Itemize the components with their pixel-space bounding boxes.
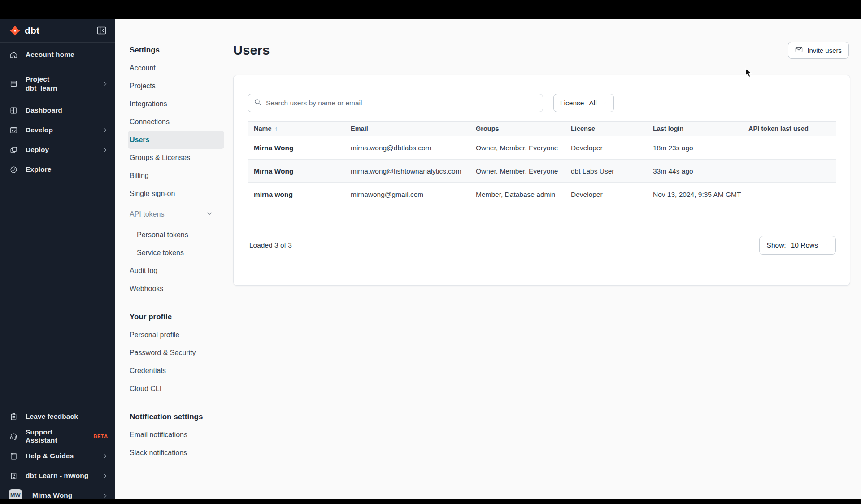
chevron-right-icon xyxy=(102,81,108,87)
users-card: License All Name↑ Email Groups License L… xyxy=(233,75,850,286)
search-icon xyxy=(254,98,261,108)
settings-item-personal-profile[interactable]: Personal profile xyxy=(130,326,224,344)
profile-section-title: Your profile xyxy=(130,308,233,326)
home-icon xyxy=(9,50,18,59)
headset-icon xyxy=(9,432,18,441)
envelope-icon xyxy=(795,46,803,54)
cell-license: Developer xyxy=(565,136,647,160)
cell-groups: Owner, Member, Everyone xyxy=(470,136,565,160)
chevron-right-icon xyxy=(102,493,108,499)
cell-name: mirna wong xyxy=(248,183,344,206)
project-box-icon xyxy=(9,79,18,88)
settings-item-single-sign-on[interactable]: Single sign-on xyxy=(130,185,224,203)
compass-icon xyxy=(9,165,18,174)
chevron-right-icon xyxy=(102,127,108,133)
license-filter-dropdown[interactable]: License All xyxy=(553,94,614,112)
cell-name: Mirna Wong xyxy=(248,136,344,160)
settings-item-cloud-cli[interactable]: Cloud CLI xyxy=(130,380,224,398)
settings-nav-title: Settings xyxy=(130,41,233,59)
column-header-last-login[interactable]: Last login xyxy=(647,122,742,136)
sidebar-item-support-assistant[interactable]: Support Assistant BETA xyxy=(0,426,115,446)
settings-item-users[interactable]: Users xyxy=(128,131,224,149)
clipboard-icon xyxy=(9,412,18,421)
cell-api-token xyxy=(742,183,836,206)
chevron-right-icon xyxy=(102,473,108,479)
table-row[interactable]: mirna wong mirnawong@gmail.com Member, D… xyxy=(248,183,836,206)
settings-item-service-tokens[interactable]: Service tokens xyxy=(130,244,224,262)
settings-nav: Settings Account Projects Integrations C… xyxy=(115,19,233,462)
settings-item-audit-log[interactable]: Audit log xyxy=(130,262,224,280)
cell-license: Developer xyxy=(565,183,647,206)
page-title: Users xyxy=(233,43,270,58)
column-header-license[interactable]: License xyxy=(565,122,647,136)
sidebar-item-help-guides[interactable]: Help & Guides xyxy=(0,446,115,466)
sidebar-logo-row: dbt xyxy=(0,19,115,43)
top-black-bar xyxy=(0,0,861,19)
cell-license: dbt Labs User xyxy=(565,160,647,183)
settings-item-account[interactable]: Account xyxy=(130,59,224,77)
brand-name: dbt xyxy=(25,25,39,36)
rows-per-page-dropdown[interactable]: Show: 10 Rows xyxy=(759,236,836,255)
status-loaded-count: Loaded 3 of 3 xyxy=(248,241,292,249)
settings-item-projects[interactable]: Projects xyxy=(130,77,224,95)
sort-asc-icon: ↑ xyxy=(275,125,278,132)
sidebar-item-account-home[interactable]: Account home xyxy=(0,43,115,67)
book-icon xyxy=(9,452,18,461)
dashboard-grid-icon xyxy=(9,106,18,115)
column-header-email[interactable]: Email xyxy=(344,122,470,136)
chevron-down-icon xyxy=(206,205,213,223)
table-row[interactable]: Mirna Wong mirna.wong@dbtlabs.com Owner,… xyxy=(248,136,836,160)
sidebar-item-dashboard[interactable]: Dashboard xyxy=(0,100,115,120)
sidebar-item-project[interactable]: Project dbt_learn xyxy=(0,67,115,100)
settings-item-integrations[interactable]: Integrations xyxy=(130,95,224,113)
bottom-black-bar xyxy=(0,499,861,504)
chevron-down-icon xyxy=(602,100,607,106)
settings-item-password-security[interactable]: Password & Security xyxy=(130,344,224,362)
cell-last-login: 33m 44s ago xyxy=(647,160,742,183)
stacked-squares-icon xyxy=(9,145,18,154)
user-search xyxy=(248,94,543,112)
chevron-right-icon xyxy=(102,147,108,153)
sidebar-item-dbt-learn[interactable]: dbt Learn - mwong xyxy=(0,466,115,486)
sidebar-item-deploy[interactable]: Deploy xyxy=(0,140,115,160)
settings-item-credentials[interactable]: Credentials xyxy=(130,362,224,380)
dbt-logo-icon xyxy=(9,25,21,37)
cell-groups: Owner, Member, Everyone xyxy=(470,160,565,183)
notification-section-title: Notification settings xyxy=(130,408,233,426)
sidebar-item-develop[interactable]: Develop xyxy=(0,120,115,140)
cell-api-token xyxy=(742,160,836,183)
cell-last-login: 18m 23s ago xyxy=(647,136,742,160)
main-content: Users Invite users License All xyxy=(233,19,850,286)
cell-last-login: Nov 13, 2024, 9:35 AM GMT xyxy=(647,183,742,206)
users-table: Name↑ Email Groups License Last login AP… xyxy=(248,121,836,206)
cell-api-token xyxy=(742,136,836,160)
column-header-groups[interactable]: Groups xyxy=(470,122,565,136)
column-header-api-token[interactable]: API token last used xyxy=(742,122,836,136)
settings-item-connections[interactable]: Connections xyxy=(130,113,224,131)
settings-item-slack-notifications[interactable]: Slack notifications xyxy=(130,444,224,462)
settings-item-email-notifications[interactable]: Email notifications xyxy=(130,426,224,444)
chevron-down-icon xyxy=(823,243,828,248)
settings-item-api-tokens[interactable]: API tokens xyxy=(130,205,224,223)
invite-users-button[interactable]: Invite users xyxy=(788,42,849,59)
code-window-icon xyxy=(9,126,18,135)
settings-item-personal-tokens[interactable]: Personal tokens xyxy=(130,226,224,244)
column-header-name[interactable]: Name↑ xyxy=(248,122,344,136)
sidebar-item-explore[interactable]: Explore xyxy=(0,160,115,179)
building-icon xyxy=(9,471,18,480)
search-input[interactable] xyxy=(266,99,537,107)
cell-email: mirnawong@gmail.com xyxy=(344,183,470,206)
table-header-row: Name↑ Email Groups License Last login AP… xyxy=(248,122,836,136)
beta-badge: BETA xyxy=(93,434,108,439)
table-row[interactable]: Mirna Wong mirna.wong@fishtownanalytics.… xyxy=(248,160,836,183)
collapse-sidebar-icon[interactable] xyxy=(97,26,106,35)
settings-item-webhooks[interactable]: Webhooks xyxy=(130,280,224,298)
cell-email: mirna.wong@fishtownanalytics.com xyxy=(344,160,470,183)
sidebar-item-leave-feedback[interactable]: Leave feedback xyxy=(0,407,115,426)
cell-name: Mirna Wong xyxy=(248,160,344,183)
settings-item-billing[interactable]: Billing xyxy=(130,167,224,185)
app-sidebar: dbt Account home Project dbt_learn Dashb… xyxy=(0,19,115,504)
chevron-right-icon xyxy=(102,453,108,459)
cell-email: mirna.wong@dbtlabs.com xyxy=(344,136,470,160)
settings-item-groups-licenses[interactable]: Groups & Licenses xyxy=(130,149,224,167)
